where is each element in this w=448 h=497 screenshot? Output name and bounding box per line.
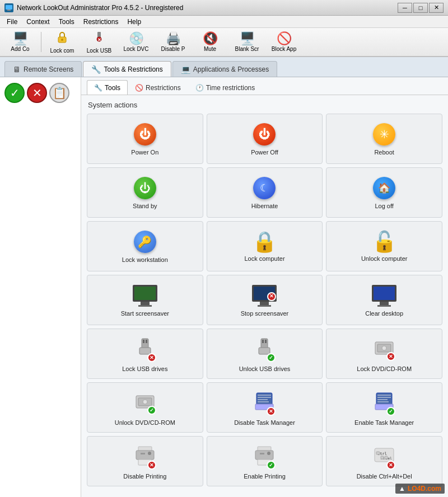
svg-rect-10 <box>143 340 144 343</box>
toolbar-sep-1 <box>41 32 41 52</box>
svg-rect-40 <box>255 451 273 460</box>
tab-applications-processes-label: Applications & Processes <box>193 65 269 73</box>
svg-text:✕: ✕ <box>97 37 101 42</box>
action-grid: ⏻ Power On ⏻ Power Off ✳ Reboot ⏻ Stand … <box>87 114 442 486</box>
menu-tools[interactable]: Tools <box>54 17 79 27</box>
tab-tools-restrictions-label: Tools & Restrictions <box>104 65 162 73</box>
action-stand-by[interactable]: ⏻ Stand by <box>87 167 203 218</box>
svg-rect-2 <box>7 10 11 11</box>
svg-point-43 <box>267 452 270 455</box>
disable-taskmgr-icon: ✕ <box>253 390 276 416</box>
action-power-off[interactable]: ⏻ Power Off <box>207 114 323 164</box>
time-tab-icon: 🕐 <box>195 84 204 92</box>
close-button[interactable]: ✕ <box>429 3 444 13</box>
action-lock-dvd[interactable]: ✕ Lock DVD/CD-ROM <box>326 329 442 379</box>
mute-icon: 🔇 <box>203 32 218 45</box>
restrictions-tab-icon: 🚫 <box>135 84 143 92</box>
lock-usb-icon: ✕ <box>92 31 106 46</box>
svg-point-21 <box>143 400 147 404</box>
toolbar-lock-computer[interactable]: Lock com <box>44 29 80 55</box>
unlock-computer-icon: 🔓 <box>372 232 397 252</box>
action-disable-print[interactable]: ✕ Disable Printing <box>87 436 203 486</box>
toolbar-mute[interactable]: 🔇 Mute <box>192 29 228 55</box>
svg-rect-26 <box>258 401 269 402</box>
disable-print-icon: 🖨️ <box>166 32 181 45</box>
enable-taskmgr-label: Enable Task Manager <box>354 419 414 426</box>
block-app-icon: 🚫 <box>277 32 292 45</box>
toolbar-block-app[interactable]: 🚫 Block App <box>266 29 302 55</box>
enable-print-label: Enable Printing <box>244 473 286 480</box>
toolbar: 🖥️ Add Co Lock com ✕ Lock USB 💿 Lock DVC… <box>0 28 448 57</box>
app-icon <box>4 3 13 12</box>
action-enable-taskmgr[interactable]: ✓ Enable Task Manager <box>326 382 442 433</box>
log-off-icon: 🏠 <box>373 177 395 199</box>
start-screensaver-icon <box>133 285 157 307</box>
watermark: ▲ LO4D.com <box>395 484 445 494</box>
inner-tab-time[interactable]: 🕐 Time restrictions <box>188 80 263 95</box>
toolbar-disableprint-label: Disable P <box>161 46 185 52</box>
sidebar-info-button[interactable]: 📋 <box>49 83 69 103</box>
minimize-button[interactable]: ─ <box>398 3 412 13</box>
toolbar-blank-screen[interactable]: 🖥️ Blank Scr <box>229 29 265 55</box>
section-title: System actions <box>88 101 442 109</box>
tab-remote-screens[interactable]: 🖥 Remote Screens <box>4 61 82 77</box>
lock-workstation-label: Lock workstation <box>122 256 168 263</box>
blank-screen-icon: 🖥️ <box>240 32 255 45</box>
toolbar-lock-usb[interactable]: ✕ Lock USB <box>81 29 117 55</box>
log-off-label: Log off <box>375 203 393 209</box>
svg-point-18 <box>382 346 386 350</box>
svg-rect-50 <box>385 456 388 459</box>
tab-applications-processes[interactable]: 💻 Applications & Processes <box>172 61 277 77</box>
action-power-on[interactable]: ⏻ Power On <box>87 114 203 164</box>
menu-restrictions[interactable]: Restrictions <box>79 17 123 27</box>
svg-rect-15 <box>265 340 267 343</box>
toolbar-disable-print[interactable]: 🖨️ Disable P <box>155 29 191 55</box>
stop-screensaver-icon: ✕ <box>252 285 277 307</box>
lock-computer-icon: 🔒 <box>252 232 277 252</box>
toolbar-blank-label: Blank Scr <box>235 46 259 52</box>
svg-rect-31 <box>377 399 388 400</box>
menu-file[interactable]: File <box>2 17 22 27</box>
action-unlock-dvd[interactable]: ✓ Unlock DVD/CD-ROM <box>87 382 203 433</box>
restrictions-tab-label: Restrictions <box>146 84 181 92</box>
action-lock-workstation[interactable]: 🔑 Lock workstation <box>87 221 203 271</box>
menu-context[interactable]: Context <box>22 17 54 27</box>
disable-cad-label: Disable Ctrl+Alt+Del <box>357 473 412 480</box>
action-clear-desktop[interactable]: Clear desktop <box>326 275 442 325</box>
remote-screens-icon: 🖥 <box>13 65 21 74</box>
svg-rect-49 <box>381 456 384 459</box>
inner-tab-tools[interactable]: 🔧 Tools <box>87 80 128 95</box>
sidebar-controls: ✓ ✕ 📋 <box>2 81 78 105</box>
action-reboot[interactable]: ✳ Reboot <box>326 114 442 164</box>
action-disable-taskmgr[interactable]: ✕ Disable Task Manager <box>207 382 323 433</box>
toolbar-add-computer[interactable]: 🖥️ Add Co <box>2 29 38 55</box>
menu-help[interactable]: Help <box>123 17 146 27</box>
action-lock-usb[interactable]: ✕ Lock USB drives <box>87 329 203 379</box>
sidebar-confirm-button[interactable]: ✓ <box>4 83 25 103</box>
unlock-dvd-icon: ✓ <box>134 390 156 416</box>
svg-point-4 <box>61 39 63 41</box>
unlock-dvd-label: Unlock DVD/CD-ROM <box>115 419 175 426</box>
maximize-button[interactable]: □ <box>413 3 428 13</box>
action-unlock-computer[interactable]: 🔓 Unlock computer <box>326 221 442 271</box>
power-on-icon: ⏻ <box>134 123 156 146</box>
enable-taskmgr-icon: ✓ <box>373 390 395 416</box>
action-log-off[interactable]: 🏠 Log off <box>326 167 442 218</box>
svg-rect-48 <box>376 452 380 454</box>
action-enable-print[interactable]: ✓ Enable Printing <box>207 436 323 486</box>
tools-tab-label: Tools <box>105 84 120 92</box>
action-start-screensaver[interactable]: Start screensaver <box>87 275 203 325</box>
svg-rect-11 <box>146 340 147 343</box>
action-disable-cad[interactable]: Ctrl Alt Del ✕ Disable Ctrl+Alt+Del <box>326 436 442 486</box>
inner-tab-restrictions[interactable]: 🚫 Restrictions <box>128 80 188 95</box>
toolbar-lock-dvd[interactable]: 💿 Lock DVC <box>118 29 154 55</box>
action-stop-screensaver[interactable]: ✕ Stop screensaver <box>207 275 323 325</box>
action-unlock-usb[interactable]: ✓ Unlock USB drives <box>207 329 323 379</box>
action-lock-computer[interactable]: 🔒 Lock computer <box>207 221 323 271</box>
grid-container[interactable]: System actions ⏻ Power On ⏻ Power Off ✳ … <box>81 95 448 497</box>
time-tab-label: Time restrictions <box>206 84 255 92</box>
tab-remote-screens-label: Remote Screens <box>24 65 73 73</box>
tab-tools-restrictions[interactable]: 🔧 Tools & Restrictions <box>83 61 171 77</box>
sidebar-cancel-button[interactable]: ✕ <box>27 83 47 103</box>
action-hibernate[interactable]: ☾ Hibernate <box>207 167 323 218</box>
